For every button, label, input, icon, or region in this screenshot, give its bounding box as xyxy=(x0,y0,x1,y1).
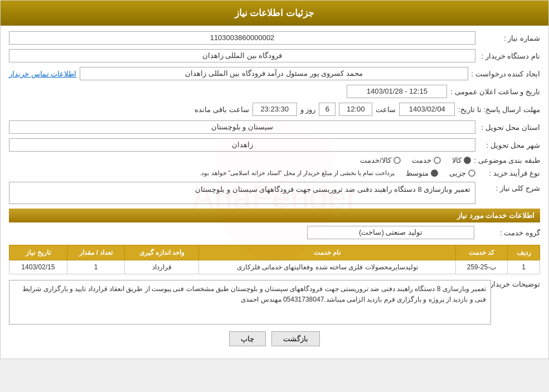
radio-khedmat xyxy=(434,157,441,164)
deadline-date: 1403/02/04 xyxy=(399,103,455,116)
radio-kala xyxy=(464,157,471,164)
category-option-1[interactable]: کالا xyxy=(452,156,471,164)
service-group-row: گروه خدمت : تولید صنعتی (ساخت) xyxy=(9,226,540,239)
deadline-time: 12:00 xyxy=(339,103,372,116)
purchase-label-jozii: جزیی xyxy=(449,169,466,177)
buyer-dept-value: فرودگاه بین المللی زاهدان xyxy=(9,49,475,62)
radio-kala-khedmat xyxy=(393,157,401,164)
category-label-kala-khedmat: کالا/خدمت xyxy=(360,156,391,164)
description-value: تعمیر وبازسازی 8 دستگاه راهبند دفنی ضد ت… xyxy=(9,182,475,204)
radio-jozii xyxy=(468,170,475,177)
category-label-khedmat: خدمت xyxy=(412,156,431,164)
col-name: نام خدمت xyxy=(199,245,455,260)
notes-label: توضیحات خریدار: xyxy=(495,280,540,288)
need-number-value: 1103003860000002 xyxy=(9,31,475,45)
purchase-note: پرداخت تمام یا بخشی از مبلغ خریدار از مح… xyxy=(200,170,395,177)
creator-row: ایجاد کننده درخواست : محمد کسروی پور مسئ… xyxy=(9,67,540,80)
purchase-option-motavaset[interactable]: متوسط xyxy=(406,169,438,177)
col-row: ردیف xyxy=(508,245,540,260)
purchase-label-motavaset: متوسط xyxy=(406,169,429,177)
announcement-date-label: تاریخ و ساعت اعلان عمومی : xyxy=(450,88,540,96)
cell-date: 1403/02/15 xyxy=(9,260,67,274)
radio-motavaset xyxy=(431,170,438,177)
buyer-dept-row: نام دستگاه خریدار : فرودگاه بین المللی ز… xyxy=(9,49,540,62)
creator-label: ایجاد کننده درخواست : xyxy=(472,70,540,78)
announcement-date-value: 1403/01/28 - 12:15 xyxy=(347,85,447,98)
page-title: جزئیات اطلاعات نیاز xyxy=(1,1,548,26)
announcement-date-row: تاریخ و ساعت اعلان عمومی : 1403/01/28 - … xyxy=(9,85,540,98)
province-value: سیستان و بلوچستان xyxy=(9,120,475,134)
buyer-dept-label: نام دستگاه خریدار : xyxy=(479,52,540,60)
purchase-type-row: نوع فرآیند خرید : جزیی متوسط پرداخت تمام… xyxy=(9,169,540,177)
city-label: شهر محل تحویل : xyxy=(479,141,540,149)
category-options: کالا خدمت کالا/خدمت xyxy=(360,156,471,164)
deadline-label: مهلت ارسال پاسخ: تا تاریخ: xyxy=(458,105,540,114)
description-row: شرح کلی نیاز : تعمیر وبازسازی 8 دستگاه ر… xyxy=(9,182,540,204)
category-row: طبقه بندی موضوعی : کالا خدمت کالا/خدمت xyxy=(9,156,540,164)
cell-row: 1 xyxy=(508,260,540,274)
description-label: شرح کلی نیاز : xyxy=(479,182,540,192)
cell-name: تولیدسایرمحصولات فلزی ساخته شده وفعالیته… xyxy=(199,260,455,274)
notes-row: توضیحات خریدار: تعمیر وبازسازی 8 دستگاه … xyxy=(9,280,540,325)
category-option-2[interactable]: خدمت xyxy=(412,156,441,164)
deadline-time-label: ساعت xyxy=(376,105,396,114)
back-button[interactable]: بازگشت xyxy=(271,331,320,346)
notes-value: تعمیر وبازسازی 8 دستگاه راهبند دفنی ضد ت… xyxy=(9,280,491,325)
category-label-kala: کالا xyxy=(452,156,461,164)
province-label: استان محل تحویل : xyxy=(479,123,540,132)
deadline-remaining-label: ساعت باقی مانده xyxy=(195,105,249,114)
deadline-row: مهلت ارسال پاسخ: تا تاریخ: 1403/02/04 سا… xyxy=(9,103,540,116)
category-label: طبقه بندی موضوعی : xyxy=(474,156,540,164)
button-row: بازگشت چاپ xyxy=(9,331,540,346)
province-row: استان محل تحویل : سیستان و بلوچستان xyxy=(9,120,540,134)
need-number-label: شماره نیاز : xyxy=(479,34,540,42)
services-table: ردیف کد خدمت نام خدمت واحد اندازه گیری ت… xyxy=(9,245,540,274)
deadline-days: 6 xyxy=(319,103,336,116)
col-date: تاریخ نیاز xyxy=(9,245,67,260)
service-group-value: تولید صنعتی (ساخت) xyxy=(307,226,474,239)
creator-value: محمد کسروی پور مسئول درآمد فرودگاه بین ا… xyxy=(80,67,468,80)
col-quantity: تعداد / مقدار xyxy=(67,245,125,260)
service-group-label: گروه خدمت : xyxy=(479,229,540,237)
cell-code: ب-25-259 xyxy=(455,260,507,274)
deadline-remaining: 23:23:30 xyxy=(252,103,297,116)
col-code: کد خدمت xyxy=(455,245,507,260)
deadline-days-label: روز و xyxy=(300,105,316,114)
city-value: زاهدان xyxy=(9,138,475,152)
purchase-types: جزیی متوسط پرداخت تمام یا بخشی از مبلغ خ… xyxy=(200,169,475,177)
table-row: 1 ب-25-259 تولیدسایرمحصولات فلزی ساخته ش… xyxy=(9,260,540,274)
col-unit: واحد اندازه گیری xyxy=(125,245,199,260)
purchase-type-label: نوع فرآیند خرید : xyxy=(479,169,540,177)
cell-unit: قرارداد xyxy=(125,260,199,274)
print-button[interactable]: چاپ xyxy=(229,331,266,346)
purchase-option-jozii[interactable]: جزیی xyxy=(449,169,475,177)
category-option-3[interactable]: کالا/خدمت xyxy=(360,156,401,164)
contact-link[interactable]: اطلاعات تماس خریدار xyxy=(9,70,76,78)
need-number-row: شماره نیاز : 1103003860000002 xyxy=(9,31,540,45)
services-table-section: ردیف کد خدمت نام خدمت واحد اندازه گیری ت… xyxy=(9,245,540,274)
cell-quantity: 1 xyxy=(67,260,125,274)
service-info-header: اطلاعات خدمات مورد نیاز xyxy=(9,209,540,222)
city-row: شهر محل تحویل : زاهدان xyxy=(9,138,540,152)
